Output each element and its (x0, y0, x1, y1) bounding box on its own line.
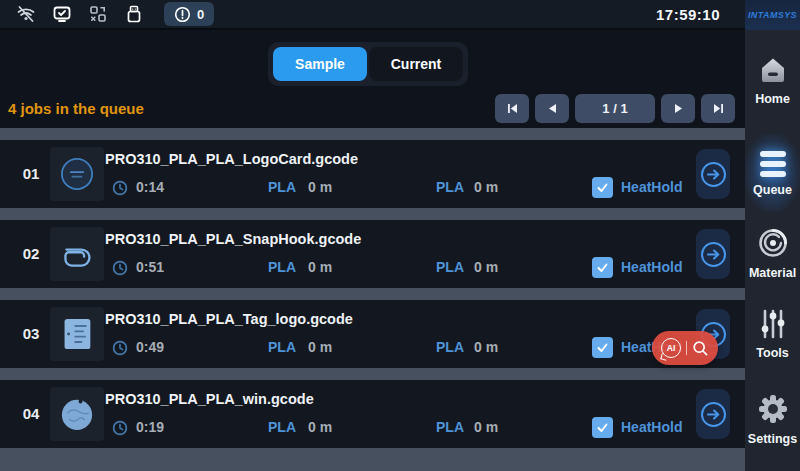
logocard-thumb-icon (53, 150, 101, 198)
clock-time: 17:59:10 (656, 0, 720, 30)
intamsys-logo: INTAMSYS (745, 0, 800, 30)
row-index: 04 (16, 380, 46, 448)
last-page-button[interactable] (701, 94, 735, 123)
jobs-count-text: 4 jobs in the queue (8, 100, 144, 117)
sidebar-item-settings[interactable]: Settings (745, 392, 800, 456)
model-thumbnail (50, 147, 104, 201)
arrow-right-circle-icon (700, 241, 727, 268)
heathold-checkbox[interactable] (592, 177, 613, 198)
window-switch-icon (88, 4, 108, 24)
queue-icon (760, 149, 786, 177)
overlay-divider (686, 341, 687, 355)
status-bar: 0 17:59:10 (0, 0, 745, 30)
amount-left: 0 m (308, 259, 332, 275)
snaphook-thumb-icon (53, 230, 101, 278)
usb-drive-icon (124, 4, 144, 24)
sidebar-item-material[interactable]: Material (745, 226, 800, 290)
row-index: 01 (16, 140, 46, 208)
material-spool-icon (756, 226, 790, 260)
view-tabs: Sample Current (268, 42, 468, 86)
duration-icon (112, 420, 128, 440)
queue-row-1[interactable]: 01 PRO310_PLA_PLA_LogoCard.gcode 0:14 (0, 140, 745, 208)
sidebar-item-home[interactable]: Home (745, 54, 800, 114)
status-icons: 0 (0, 2, 214, 26)
material-right: PLA (436, 259, 464, 275)
alert-count: 0 (197, 7, 204, 22)
wifi-off-icon (16, 4, 36, 24)
settings-gear-icon (756, 392, 790, 426)
tab-sample[interactable]: Sample (273, 47, 367, 81)
amount-left: 0 m (308, 419, 332, 435)
material-right: PLA (436, 179, 464, 195)
prev-page-icon (547, 103, 558, 114)
amount-right: 0 m (474, 179, 498, 195)
queue-row-3[interactable]: 03 PRO310_PLA_PLA_Tag_logo.gcode (0, 300, 745, 368)
start-job-button[interactable] (696, 149, 730, 199)
model-thumbnail (50, 387, 104, 441)
amount-right: 0 m (474, 419, 498, 435)
start-job-button[interactable] (696, 229, 730, 279)
amount-right: 0 m (474, 259, 498, 275)
queue-header: Sample Current 4 jobs in the queue 1 / 1 (0, 32, 745, 128)
heathold-checkbox[interactable] (592, 337, 613, 358)
job-duration: 0:51 (136, 259, 164, 275)
check-icon (596, 341, 609, 354)
material-right: PLA (436, 419, 464, 435)
material-left: PLA (268, 179, 296, 195)
job-duration: 0:14 (136, 179, 164, 195)
amount-left: 0 m (308, 339, 332, 355)
home-icon (756, 54, 790, 86)
sidebar-item-tools[interactable]: Tools (745, 308, 800, 372)
job-filename: PRO310_PLA_PLA_win.gcode (105, 391, 314, 407)
tab-current[interactable]: Current (369, 47, 463, 81)
prev-page-button[interactable] (535, 94, 569, 123)
amount-left: 0 m (308, 179, 332, 195)
pagination: 1 / 1 (495, 94, 735, 124)
row-index: 03 (16, 300, 46, 368)
heathold-checkbox[interactable] (592, 257, 613, 278)
heathold-checkbox[interactable] (592, 417, 613, 438)
sidebar-item-label: Queue (753, 183, 792, 197)
sidebar-item-queue[interactable]: Queue (745, 134, 800, 212)
sidebar-item-label: Material (749, 266, 796, 280)
tools-sliders-icon (756, 308, 790, 340)
alert-counter[interactable]: 0 (164, 2, 214, 26)
amount-right: 0 m (474, 339, 498, 355)
first-page-button[interactable] (495, 94, 529, 123)
job-duration: 0:19 (136, 419, 164, 435)
row-index: 02 (16, 220, 46, 288)
job-filename: PRO310_PLA_PLA_SnapHook.gcode (105, 231, 361, 247)
duration-icon (112, 180, 128, 200)
job-duration: 0:49 (136, 339, 164, 355)
sidebar-item-label: Home (755, 92, 790, 106)
ai-chat-icon[interactable]: AI (661, 338, 681, 358)
check-icon (596, 181, 609, 194)
tag-thumb-icon (53, 310, 101, 358)
arrow-right-circle-icon (700, 161, 727, 188)
material-left: PLA (268, 339, 296, 355)
heathold-label: HeatHold (621, 179, 682, 195)
queue-row-2[interactable]: 02 PRO310_PLA_PLA_SnapHook.gcode 0:51 PL… (0, 220, 745, 288)
search-icon[interactable] (692, 340, 709, 357)
heathold-label: HeatHold (621, 419, 682, 435)
sidebar-item-label: Tools (756, 346, 788, 360)
page-indicator: 1 / 1 (575, 94, 655, 123)
material-left: PLA (268, 259, 296, 275)
job-filename: PRO310_PLA_PLA_LogoCard.gcode (105, 151, 358, 167)
first-page-icon (506, 102, 519, 115)
next-page-button[interactable] (661, 94, 695, 123)
alert-icon (174, 6, 191, 23)
queue-row-4[interactable]: 04 PRO310_PLA_PLA_win.gcode 0:19 (0, 380, 745, 448)
material-left: PLA (268, 419, 296, 435)
material-right: PLA (436, 339, 464, 355)
duration-icon (112, 340, 128, 360)
start-job-button[interactable] (696, 389, 730, 439)
job-filename: PRO310_PLA_PLA_Tag_logo.gcode (105, 311, 353, 327)
medal-thumb-icon (53, 390, 101, 438)
assistant-overlay[interactable]: AI (652, 331, 718, 365)
sidebar-item-label: Settings (748, 432, 797, 446)
check-icon (596, 261, 609, 274)
model-thumbnail (50, 307, 104, 361)
model-thumbnail (50, 227, 104, 281)
arrow-right-circle-icon (700, 401, 727, 428)
